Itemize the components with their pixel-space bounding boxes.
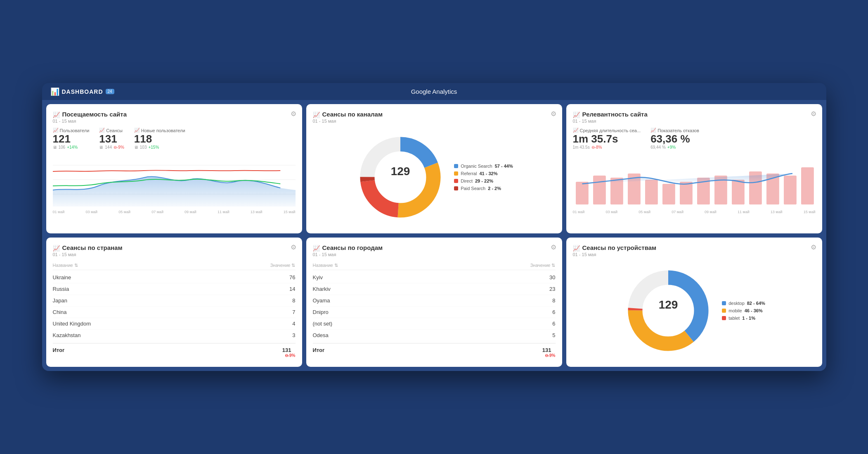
countries-table-header: Название ⇅ Значение ⇅ — [53, 261, 296, 270]
legend-referral: Referral 41 - 32% — [454, 171, 513, 176]
traffic-gear[interactable]: ⚙ — [291, 110, 296, 118]
cities-table-header: Название ⇅ Значение ⇅ — [313, 261, 556, 270]
card-cities: 📈 Сеансы по городам 01 - 15 мая ⚙ Назван… — [306, 238, 562, 367]
channels-icon: 📈 — [313, 112, 320, 118]
card-traffic: 📈 Посещаемость сайта 01 - 15 мая ⚙ 📈 Пол… — [46, 104, 302, 233]
traffic-metrics: 📈 Пользователи 121 🖥 106 +14% 📈 Сеансы — [53, 128, 296, 150]
svg-rect-13 — [645, 180, 658, 204]
table-row: Odesa 5 — [313, 330, 556, 341]
table-row: China 7 — [53, 307, 296, 318]
traffic-chart: 01 май 03 май 05 май 07 май 09 май 11 ма… — [53, 153, 296, 207]
new-users-change: +15% — [148, 145, 159, 150]
cities-col-value: Значение ⇅ — [530, 263, 556, 268]
card-relevance: 📈 Релевантность сайта 01 - 15 мая ⚙ 📈 Ср… — [566, 104, 822, 233]
traffic-icon: 📈 — [53, 112, 60, 118]
devices-gear[interactable]: ⚙ — [811, 243, 816, 251]
countries-icon: 📈 — [53, 245, 60, 252]
sessions-sub: 🖥 144 ⊖ -9% — [99, 145, 124, 150]
table-row: Kyiv 30 — [313, 272, 556, 283]
duration-sub: 1m 43.5s ⊖ -8% — [573, 145, 641, 150]
app-logo: 📊 DASHBOARD 24 — [50, 87, 114, 96]
logo-text: DASHBOARD — [62, 88, 103, 95]
countries-total: Итог 131 ⊖ -9% — [53, 343, 296, 358]
channels-gear[interactable]: ⚙ — [551, 110, 556, 118]
countries-col-value: Значение ⇅ — [270, 263, 296, 268]
users-value: 121 — [53, 133, 90, 145]
cities-total: Итог 131 ⊖ -9% — [313, 343, 556, 358]
cities-title: Сеансы по городам — [322, 244, 383, 251]
legend-paid: Paid Search 2 - 2% — [454, 186, 513, 191]
table-row: Kharkiv 23 — [313, 283, 556, 295]
cities-date: 01 - 15 мая — [313, 252, 556, 257]
svg-rect-22 — [801, 167, 814, 204]
sessions-value: 131 — [99, 133, 124, 145]
card-channels: 📈 Сеансы по каналам 01 - 15 мая ⚙ 129 — [306, 104, 562, 233]
relevance-chart: 01 май 03 май 05 май 07 май 09 май 11 ма… — [573, 153, 816, 207]
relevance-metrics: 📈 Средняя длительность сеа... 1m 35.7s 1… — [573, 128, 816, 150]
traffic-x-labels: 01 май 03 май 05 май 07 май 09 май 11 ма… — [53, 210, 296, 214]
channels-title: Сеансы по каналам — [322, 111, 383, 118]
countries-date: 01 - 15 мая — [53, 252, 296, 257]
legend-dot-organic — [454, 164, 458, 168]
devices-icon: 📈 — [573, 245, 580, 252]
relevance-gear[interactable]: ⚙ — [811, 110, 816, 118]
svg-text:129: 129 — [659, 298, 678, 311]
table-row: United Kingdom 4 — [53, 318, 296, 330]
dashboard-grid: 📈 Посещаемость сайта 01 - 15 мая ⚙ 📈 Пол… — [42, 100, 826, 371]
legend-direct: Direct 29 - 22% — [454, 178, 513, 183]
devices-legend: desktop 82 - 64% mobile 46 - 36% tablet … — [722, 301, 765, 321]
users-prev-icon: 🖥 — [53, 145, 57, 150]
legend-dot-mobile — [722, 309, 726, 313]
legend-organic: Organic Search 57 - 44% — [454, 164, 513, 169]
cities-col-name: Название ⇅ — [313, 263, 338, 268]
svg-rect-9 — [576, 182, 589, 204]
logo-badge: 24 — [106, 89, 114, 94]
app-header: 📊 DASHBOARD 24 Google Analytics — [42, 83, 826, 100]
svg-rect-21 — [784, 176, 797, 204]
table-row: Oyama 8 — [313, 295, 556, 307]
svg-rect-15 — [680, 182, 693, 204]
channels-date: 01 - 15 мая — [313, 119, 556, 124]
devices-date: 01 - 15 мая — [573, 252, 816, 257]
svg-rect-10 — [593, 176, 606, 204]
channels-legend: Organic Search 57 - 44% Referral 41 - 32… — [454, 164, 513, 191]
duration-change: ⊖ -8% — [591, 145, 602, 150]
legend-dot-direct — [454, 179, 458, 183]
legend-mobile: mobile 46 - 36% — [722, 308, 765, 313]
devices-donut-container: 129 desktop 82 - 64% mobile 46 - 36% — [573, 261, 816, 360]
logo-icon: 📊 — [50, 87, 59, 96]
table-row: Kazakhstan 3 — [53, 330, 296, 341]
users-sub: 🖥 106 +14% — [53, 145, 90, 150]
app-container: 📊 DASHBOARD 24 Google Analytics 📈 Посеща… — [42, 83, 826, 371]
devices-donut-chart: 129 — [623, 265, 714, 356]
legend-dot-paid — [454, 186, 458, 190]
duration-metric: 📈 Средняя длительность сеа... 1m 35.7s 1… — [573, 128, 641, 150]
users-metric: 📈 Пользователи 121 🖥 106 +14% — [53, 128, 90, 150]
legend-dot-referral — [454, 171, 458, 176]
new-users-sub: 🖥 103 +15% — [134, 145, 185, 150]
sessions-prev-icon: 🖥 — [99, 145, 103, 150]
cities-icon: 📈 — [313, 245, 320, 252]
legend-desktop: desktop 82 - 64% — [722, 301, 765, 306]
bounce-sub: 69,44 % +9% — [650, 145, 699, 150]
cities-gear[interactable]: ⚙ — [551, 243, 556, 251]
bounce-metric: 📈 Показатель отказов 63,36 % 69,44 % +9% — [650, 128, 699, 150]
app-title: Google Analytics — [411, 88, 457, 95]
svg-rect-18 — [732, 180, 745, 204]
table-row: (not set) 6 — [313, 318, 556, 330]
countries-change: ⊖ -9% — [285, 353, 296, 358]
svg-text:129: 129 — [391, 165, 410, 178]
countries-gear[interactable]: ⚙ — [291, 243, 296, 251]
channels-donut-chart: 129 — [355, 132, 446, 223]
legend-dot-tablet — [722, 316, 726, 320]
duration-value: 1m 35.7s — [573, 133, 641, 145]
table-row: Ukraine 76 — [53, 272, 296, 283]
card-countries: 📈 Сеансы по странам 01 - 15 мая ⚙ Назван… — [46, 238, 302, 367]
new-users-prev-icon: 🖥 — [134, 145, 138, 150]
legend-tablet: tablet 1 - 1% — [722, 316, 765, 321]
card-devices: 📈 Сеансы по устройствам 01 - 15 мая ⚙ 12… — [566, 238, 822, 367]
table-row: Japan 8 — [53, 295, 296, 307]
new-users-metric: 📈 Новые пользователи 118 🖥 103 +15% — [134, 128, 185, 150]
users-change: +14% — [67, 145, 78, 150]
legend-dot-desktop — [722, 301, 726, 305]
